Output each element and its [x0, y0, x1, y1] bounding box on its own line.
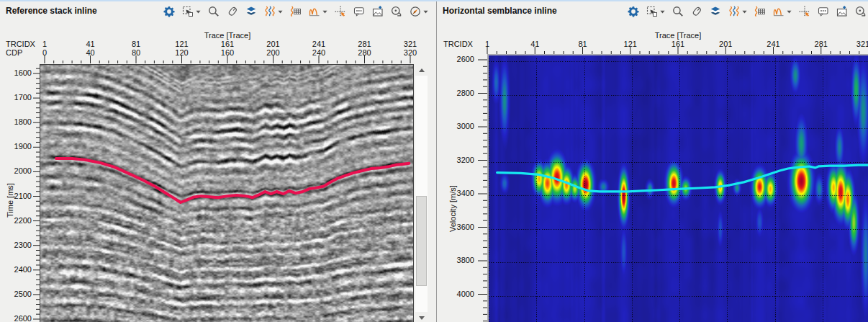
tick-label: 320	[404, 48, 417, 57]
select-region-button[interactable]	[178, 4, 204, 19]
tick-label: 280	[358, 48, 371, 57]
export-image-button[interactable]	[833, 4, 851, 19]
measure-icon	[391, 6, 402, 17]
semblance-image[interactable]	[489, 55, 868, 322]
tick-label: 2500	[10, 290, 32, 298]
tick-label: 2600	[453, 55, 474, 63]
tick-label: 240	[312, 48, 325, 57]
select-region-icon	[646, 6, 658, 17]
export-image-icon	[372, 6, 384, 17]
compass-button[interactable]	[406, 4, 430, 19]
scroll-down-button[interactable]	[415, 312, 428, 322]
mouse-pan-icon	[691, 6, 702, 17]
dropdown-arrow-icon	[742, 10, 747, 14]
tick-label: 3400	[453, 189, 474, 197]
mouse-pan-button[interactable]	[223, 4, 242, 19]
annotation-icon	[353, 6, 365, 17]
measure-button[interactable]	[387, 4, 406, 19]
dropdown-arrow-icon	[322, 10, 327, 14]
tick-label: 201	[719, 40, 732, 48]
zoom-icon	[672, 6, 684, 17]
measure-icon	[855, 6, 867, 17]
wiggle-display-button[interactable]	[261, 4, 286, 19]
seismic-plot[interactable]	[40, 64, 414, 322]
settings-gear-button[interactable]	[624, 4, 643, 19]
tick-label: 161	[221, 40, 234, 48]
tick-label: 3800	[453, 256, 474, 264]
wiggle-display-button[interactable]	[725, 4, 751, 19]
settings-gear-button[interactable]	[160, 4, 178, 19]
tick-label: 321	[856, 40, 868, 48]
dropdown-arrow-icon	[423, 10, 428, 14]
panel-title: Reference stack inline	[6, 6, 97, 16]
layers-button[interactable]	[706, 4, 725, 19]
compass-icon	[410, 6, 421, 17]
measure-button[interactable]	[851, 4, 868, 19]
histogram-icon	[773, 6, 785, 17]
tick-label: 2200	[10, 216, 32, 225]
tick-label: 41	[530, 40, 539, 48]
tick-label: 201	[266, 40, 279, 48]
wiggle-grid-button[interactable]	[751, 4, 769, 19]
zoom-button[interactable]	[669, 4, 687, 19]
annotation-icon	[818, 6, 829, 17]
vertical-scrollbar[interactable]	[415, 64, 428, 322]
seismic-stack-image[interactable]	[40, 65, 413, 322]
tick-label: 241	[312, 40, 325, 48]
tick-label: 81	[578, 40, 587, 48]
semblance-toolbar	[624, 3, 868, 20]
tick-label: 121	[624, 40, 637, 48]
histogram-button[interactable]	[769, 4, 795, 19]
tick-label: 80	[132, 48, 140, 57]
tick-label: 281	[358, 40, 371, 48]
mouse-pan-icon	[227, 6, 238, 17]
tick-label: 2100	[10, 192, 32, 200]
tick-label: 81	[132, 40, 140, 48]
tick-label: 121	[175, 40, 188, 48]
cdp-row-label: CDP	[6, 48, 22, 57]
histogram-button[interactable]	[305, 4, 331, 19]
velocity-analysis-workspace: Reference stack inline Trace [Trace] TRC…	[0, 0, 868, 322]
trcidx-row-label: TRCIDX	[6, 40, 35, 48]
panel-title: Horizontal semblance inline	[443, 6, 557, 16]
tick-label: 2600	[10, 314, 32, 322]
dropdown-arrow-icon	[196, 10, 201, 14]
semblance-panel: Horizontal semblance inline Trace [Trace…	[436, 1, 868, 322]
crosshair-pick-button[interactable]	[795, 4, 814, 19]
dropdown-arrow-icon	[787, 10, 792, 14]
wiggle-display-icon	[264, 6, 276, 17]
settings-gear-icon	[163, 6, 175, 17]
reference-stack-panel: Reference stack inline Trace [Trace] TRC…	[0, 1, 430, 322]
annotation-button[interactable]	[814, 4, 833, 19]
select-region-icon	[182, 6, 194, 17]
export-image-button[interactable]	[369, 4, 387, 19]
crosshair-pick-button[interactable]	[331, 4, 350, 19]
export-image-icon	[836, 6, 848, 17]
tick-label: 160	[221, 48, 234, 57]
select-region-button[interactable]	[643, 4, 669, 19]
layers-icon	[710, 6, 721, 17]
wiggle-grid-button[interactable]	[286, 4, 305, 19]
tick-label: 1600	[10, 68, 32, 77]
tick-label: 2800	[453, 89, 474, 97]
scroll-up-button[interactable]	[415, 64, 428, 76]
mouse-pan-button[interactable]	[687, 4, 706, 19]
stack-toolbar	[160, 3, 430, 20]
dropdown-arrow-icon	[660, 10, 665, 14]
trcidx-row-label: TRCIDX	[443, 40, 473, 48]
tick-label: 1	[485, 40, 489, 48]
layers-button[interactable]	[242, 4, 261, 19]
dropdown-arrow-icon	[278, 10, 283, 14]
tick-label: 41	[86, 40, 94, 48]
tick-label: 1800	[10, 117, 32, 126]
histogram-icon	[309, 6, 320, 17]
semblance-plot[interactable]	[487, 54, 868, 322]
scrollbar-thumb[interactable]	[416, 196, 427, 286]
zoom-button[interactable]	[204, 4, 223, 19]
annotation-button[interactable]	[350, 4, 369, 19]
scroll-up-icon	[419, 68, 425, 72]
settings-gear-icon	[628, 6, 639, 17]
tick-label: 3200	[453, 156, 474, 164]
tick-label: 1700	[10, 93, 32, 102]
crosshair-pick-icon	[335, 6, 346, 17]
